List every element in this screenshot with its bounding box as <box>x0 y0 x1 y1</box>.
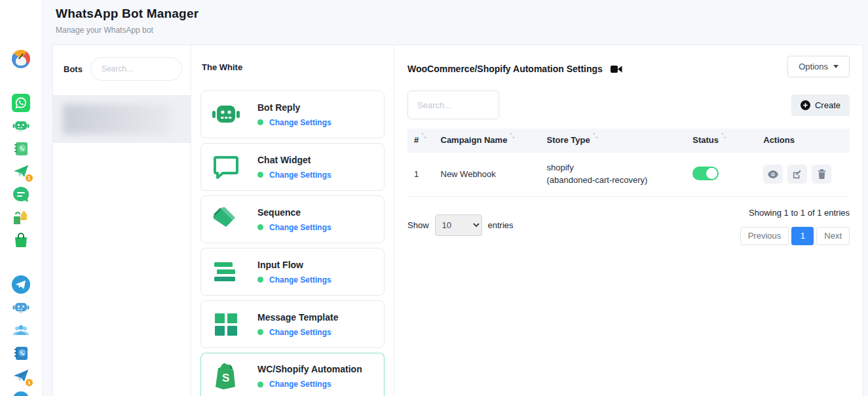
card-bot-reply[interactable]: Bot Reply Change Settings <box>200 90 385 138</box>
next-page-button[interactable]: Next <box>816 227 850 245</box>
automation-toolbar: Create <box>407 90 850 119</box>
campaigns-table: # Campaign Name Store Type Status Action… <box>407 129 850 197</box>
card-label: WC/Shopify Automation <box>257 364 362 374</box>
status-dot <box>257 172 263 178</box>
row-actions <box>757 153 850 196</box>
chevron-down-icon <box>833 65 839 68</box>
bot-name-redacted <box>63 104 171 134</box>
telegram-bot-icon[interactable] <box>11 298 31 317</box>
trash-icon <box>818 169 826 179</box>
telegram-group-icon[interactable] <box>11 321 31 340</box>
create-button[interactable]: Create <box>791 94 850 116</box>
bots-panel-title: Bots <box>64 64 83 74</box>
shopify-icon: S <box>210 362 242 391</box>
change-settings-link[interactable]: Change Settings <box>269 118 331 127</box>
page-title: WhatsApp Bot Manager <box>56 7 868 21</box>
delete-button[interactable] <box>812 165 831 184</box>
row-campaign-name: New Webhook <box>434 153 540 196</box>
column-header-index[interactable]: # <box>407 129 434 153</box>
main-content: WhatsApp Bot Manager Manage your WhatsAp… <box>43 0 868 396</box>
show-label: Show <box>407 220 429 230</box>
automation-panel: WooCommerce/Shopify Automation Settings … <box>394 45 863 396</box>
whatsapp-icon[interactable] <box>11 93 31 113</box>
video-camera-icon <box>611 65 622 73</box>
whatsapp-campaign-icon[interactable]: 1 <box>11 162 31 182</box>
page-subtitle: Manage your WhatsApp bot <box>56 26 868 35</box>
bots-search-input[interactable] <box>90 57 182 81</box>
bots-panel: Bots <box>53 45 191 396</box>
card-label: Bot Reply <box>257 102 331 113</box>
row-status <box>686 153 757 196</box>
sort-icon <box>593 132 598 139</box>
bars-icon <box>210 261 242 283</box>
page-1-button[interactable]: 1 <box>791 227 814 245</box>
campaign-badge: 1 <box>25 378 33 387</box>
status-dot <box>257 382 263 387</box>
card-input-flow[interactable]: Input Flow Change Settings <box>200 248 385 296</box>
telegram-icon[interactable] <box>11 275 31 294</box>
sort-icon <box>510 132 515 139</box>
bot-list-item-selected[interactable] <box>53 95 191 143</box>
campaign-badge: 1 <box>25 174 33 182</box>
telegram-chat-icon[interactable] <box>11 389 31 396</box>
whatsapp-chat-icon[interactable] <box>11 185 31 205</box>
sort-icon <box>721 132 726 139</box>
column-header-status[interactable]: Status <box>686 129 757 153</box>
chat-bubble-icon <box>210 154 242 180</box>
eye-icon <box>768 170 778 178</box>
integrations-icon[interactable] <box>11 208 31 228</box>
sort-icon <box>421 132 426 139</box>
row-index: 1 <box>407 153 434 196</box>
table-row: 1 New Webhook shopify (abandoned-cart-re… <box>407 153 850 196</box>
card-sequence[interactable]: Sequence Change Settings <box>200 195 385 243</box>
change-settings-link[interactable]: Change Settings <box>269 275 331 285</box>
telegram-campaign-icon[interactable]: 1 <box>11 366 31 386</box>
telegram-contacts-icon[interactable] <box>11 344 31 363</box>
whatsapp-bot-icon[interactable] <box>11 116 31 136</box>
card-label: Chat Widget <box>257 155 331 165</box>
bots-panel-header: Bots <box>53 45 191 91</box>
status-toggle-on[interactable] <box>692 167 719 180</box>
pagination: Previous 1 Next <box>740 227 850 245</box>
edit-button[interactable] <box>787 165 807 184</box>
card-message-template[interactable]: Message Template Change Settings <box>200 300 385 348</box>
view-button[interactable] <box>763 165 783 184</box>
robot-icon <box>210 102 242 128</box>
store-icon[interactable] <box>11 231 31 250</box>
automation-header: WooCommerce/Shopify Automation Settings … <box>407 56 850 77</box>
change-settings-link[interactable]: Change Settings <box>269 223 331 232</box>
card-label: Input Flow <box>257 260 331 270</box>
plus-circle-icon <box>801 100 810 110</box>
bot-name-title: The White <box>200 45 385 90</box>
change-settings-link[interactable]: Change Settings <box>269 380 331 389</box>
page-header: WhatsApp Bot Manager Manage your WhatsAp… <box>43 0 868 45</box>
whatsapp-contacts-icon[interactable] <box>11 139 31 159</box>
change-settings-link[interactable]: Change Settings <box>269 328 331 337</box>
app-icon-rail: 1 1 <box>0 0 43 396</box>
status-dot <box>257 277 263 283</box>
previous-page-button[interactable]: Previous <box>740 227 789 245</box>
change-settings-link[interactable]: Change Settings <box>269 170 331 180</box>
status-dot <box>257 329 263 335</box>
panels-container: Bots The White Bot Reply C <box>52 45 863 396</box>
grid-icon <box>210 312 242 337</box>
row-store-type: shopify (abandoned-cart-recovery) <box>540 153 687 196</box>
table-header-row: # Campaign Name Store Type Status Action… <box>407 129 850 153</box>
card-wc-shopify-automation[interactable]: S WC/Shopify Automation Change Settings <box>200 353 385 396</box>
entries-summary: Showing 1 to 1 of 1 entries <box>749 206 850 218</box>
options-button[interactable]: Options <box>787 56 850 77</box>
svg-text:S: S <box>222 372 229 384</box>
paint-bucket-icon <box>210 206 242 233</box>
bot-menu-panel: The White Bot Reply Change Settings <box>191 45 394 396</box>
table-search-input[interactable] <box>407 90 499 119</box>
page-size-select[interactable]: 10 <box>435 214 482 236</box>
card-label: Sequence <box>257 207 331 218</box>
automation-title: WooCommerce/Shopify Automation Settings <box>407 64 603 74</box>
column-header-campaign-name[interactable]: Campaign Name <box>434 129 540 153</box>
card-chat-widget[interactable]: Chat Widget Change Settings <box>200 143 385 191</box>
column-header-store-type[interactable]: Store Type <box>540 129 687 153</box>
status-dot <box>257 224 263 230</box>
table-footer: Show 10 entries Showing 1 to 1 of 1 entr… <box>407 206 850 245</box>
dashboard-gauge-icon[interactable] <box>11 49 31 69</box>
edit-icon <box>793 170 802 179</box>
